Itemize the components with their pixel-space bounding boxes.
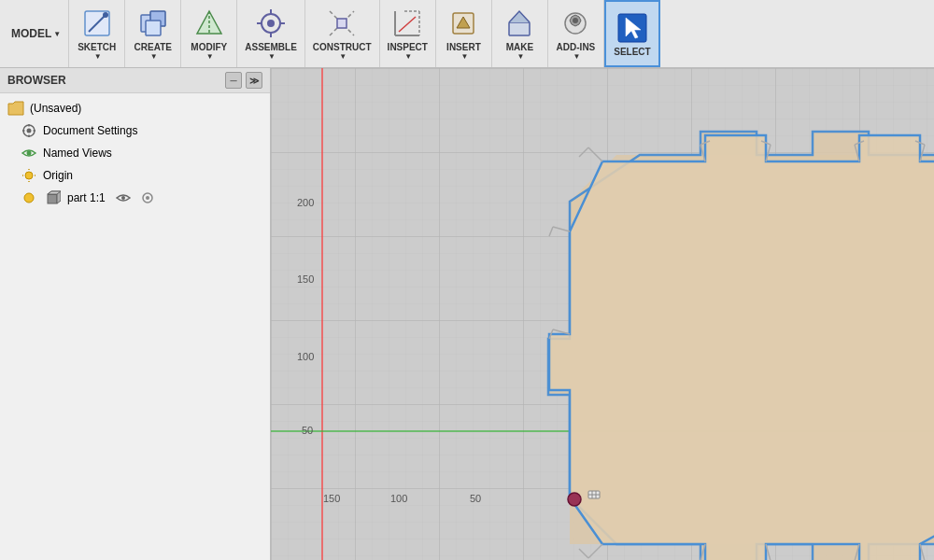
modify-arrow-icon: ▼ xyxy=(206,52,214,61)
toolbar-select[interactable]: SELECT xyxy=(604,0,660,67)
construct-label: CONSTRUCT xyxy=(313,42,372,52)
browser-unsaved-label: (Unsaved) xyxy=(30,102,81,115)
sketch-arrow-icon: ▼ xyxy=(94,52,102,61)
svg-point-9 xyxy=(267,20,275,27)
toolbar-modify[interactable]: MODIFY ▼ xyxy=(181,0,237,67)
scale-x100: 100 xyxy=(390,493,407,504)
select-icon xyxy=(616,11,649,45)
create-label: CREATE xyxy=(134,42,172,52)
inspect-arrow-icon: ▼ xyxy=(404,52,412,61)
eye-dot-icon xyxy=(21,189,37,206)
svg-line-83 xyxy=(549,227,553,236)
sketch-label: SKETCH xyxy=(78,42,116,52)
toolbar-sketch[interactable]: SKETCH ▼ xyxy=(69,0,125,67)
svg-line-53 xyxy=(579,147,588,157)
browser-expand-btn[interactable]: ≫ xyxy=(246,72,262,89)
browser-item-unsaved[interactable]: (Unsaved) xyxy=(0,97,270,119)
svg-point-41 xyxy=(24,193,34,203)
svg-point-45 xyxy=(121,196,125,200)
svg-point-30 xyxy=(27,129,32,133)
toolbar-assemble[interactable]: ASSEMBLE ▼ xyxy=(237,0,305,67)
svg-rect-42 xyxy=(48,194,57,203)
model-arrow-icon: ▼ xyxy=(53,30,61,38)
toolbar-make[interactable]: MAKE ▼ xyxy=(492,0,548,67)
modify-label: MODIFY xyxy=(191,42,227,52)
part-eye-icon xyxy=(115,189,132,206)
scale-100: 100 xyxy=(297,351,314,362)
svg-line-78 xyxy=(588,544,602,558)
sidebar: BROWSER ─ ≫ (Unsaved) xyxy=(0,68,271,560)
assemble-icon xyxy=(254,7,288,40)
browser-header: BROWSER ─ ≫ xyxy=(0,68,270,93)
create-icon xyxy=(136,7,170,40)
toolbar-insert[interactable]: INSERT ▼ xyxy=(436,0,492,67)
main-area: BROWSER ─ ≫ (Unsaved) xyxy=(0,68,934,560)
part-target-icon xyxy=(139,189,156,206)
gear-icon xyxy=(21,122,37,139)
inspect-label: INSPECT xyxy=(388,42,428,52)
assemble-arrow-icon: ▼ xyxy=(268,52,276,61)
light-icon xyxy=(21,167,37,184)
svg-point-26 xyxy=(573,18,578,23)
browser-item-origin[interactable]: Origin xyxy=(0,164,270,187)
toolbar-addins[interactable]: ADD-INS ▼ xyxy=(548,0,604,67)
svg-line-21 xyxy=(399,17,416,32)
model-text: MODEL xyxy=(11,27,51,40)
addins-arrow-icon: ▼ xyxy=(573,52,580,61)
browser-item-namedviews[interactable]: Named Views xyxy=(0,142,270,164)
make-icon xyxy=(502,7,536,40)
svg-rect-24 xyxy=(509,22,530,35)
sketch-shape-main xyxy=(271,68,934,560)
browser-item-docsettings[interactable]: Document Settings xyxy=(0,119,270,142)
origin-point xyxy=(568,493,581,506)
svg-point-36 xyxy=(25,172,33,179)
browser-item-part[interactable]: part 1:1 xyxy=(0,187,270,209)
browser-minimize-btn[interactable]: ─ xyxy=(225,72,242,89)
toolbar-construct[interactable]: CONSTRUCT ▼ xyxy=(305,0,380,67)
sketch-icon xyxy=(80,7,114,40)
browser-part-label: part 1:1 xyxy=(67,191,106,204)
scale-150: 150 xyxy=(297,273,314,285)
insert-icon xyxy=(446,7,480,40)
svg-rect-16 xyxy=(337,19,347,28)
insert-label: INSERT xyxy=(446,42,481,52)
create-arrow-icon: ▼ xyxy=(150,52,158,61)
scale-200: 200 xyxy=(297,197,314,208)
folder-icon xyxy=(7,100,24,117)
browser-docsettings-label: Document Settings xyxy=(43,124,137,137)
svg-point-2 xyxy=(103,12,108,18)
part-cube-icon xyxy=(45,189,62,206)
svg-point-35 xyxy=(27,151,32,156)
browser-controls: ─ ≫ xyxy=(225,72,262,89)
addins-label: ADD-INS xyxy=(557,42,596,52)
modify-icon xyxy=(192,7,226,40)
construct-arrow-icon: ▼ xyxy=(339,52,347,61)
make-label: MAKE xyxy=(506,42,533,52)
browser-items: (Unsaved) Document Settings xyxy=(0,93,270,213)
toolbar-inspect[interactable]: INSPECT ▼ xyxy=(380,0,436,67)
insert-arrow-icon: ▼ xyxy=(460,52,468,61)
construct-icon xyxy=(325,7,359,40)
scale-x150: 150 xyxy=(323,493,340,504)
model-label[interactable]: MODEL ▼ xyxy=(4,0,69,67)
eye-icon xyxy=(21,145,37,161)
assemble-label: ASSEMBLE xyxy=(245,42,297,52)
addins-icon xyxy=(559,7,592,40)
browser-namedviews-label: Named Views xyxy=(43,147,112,160)
toolbar-create[interactable]: CREATE ▼ xyxy=(125,0,181,67)
scale-50: 50 xyxy=(302,425,313,436)
canvas-area[interactable]: 200 150 100 50 150 100 50 xyxy=(271,68,934,560)
inspect-icon xyxy=(390,7,424,40)
svg-line-79 xyxy=(579,549,588,558)
browser-title: BROWSER xyxy=(7,74,66,87)
svg-line-52 xyxy=(588,147,602,161)
svg-rect-5 xyxy=(146,21,161,35)
make-arrow-icon: ▼ xyxy=(517,52,524,61)
toolbar: MODEL ▼ SKETCH ▼ CREATE ▼ xyxy=(0,0,934,68)
svg-point-47 xyxy=(146,196,149,200)
browser-origin-label: Origin xyxy=(43,169,73,182)
select-label: SELECT xyxy=(614,47,650,57)
svg-line-82 xyxy=(553,227,570,231)
scale-x50: 50 xyxy=(470,493,481,504)
